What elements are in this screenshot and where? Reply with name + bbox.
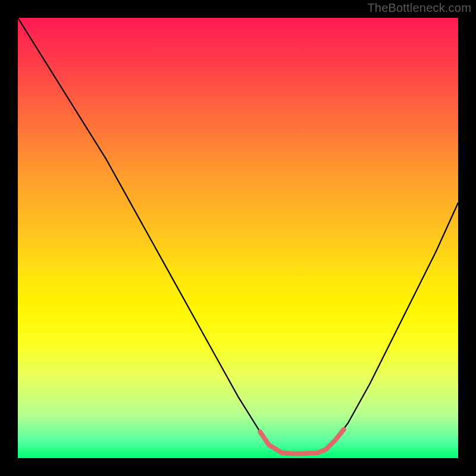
optimal-zone-flat	[282, 453, 317, 453]
bottleneck-curve	[18, 18, 458, 454]
watermark-text: TheBottleneck.com	[367, 1, 471, 15]
chart-frame: TheBottleneck.com	[0, 0, 476, 476]
curve-layer	[18, 18, 458, 458]
optimal-zone-right	[317, 430, 343, 453]
optimal-zone-left	[260, 432, 291, 454]
plot-area	[18, 18, 458, 458]
